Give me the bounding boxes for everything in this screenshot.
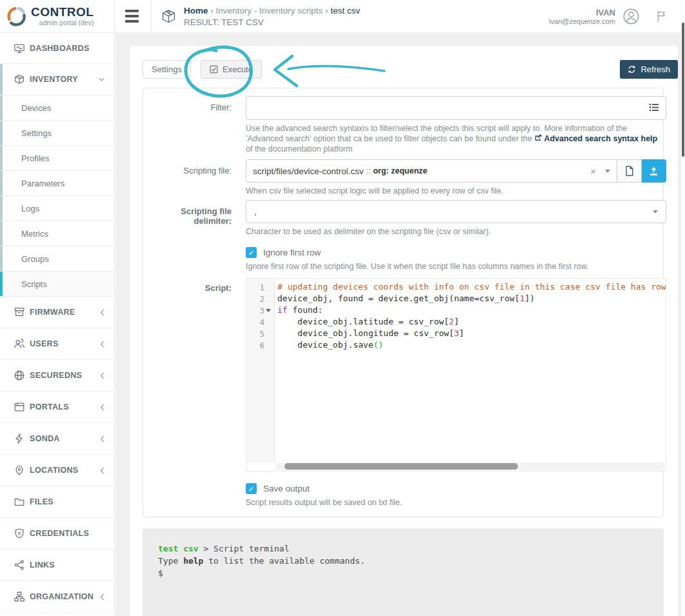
editor-gutter: 123456 — [246, 279, 275, 462]
sidebar-item-groups[interactable]: Groups — [0, 246, 114, 272]
save-output-checkbox[interactable]: Save output — [246, 483, 310, 494]
sidebar-item-links[interactable]: LINKS — [0, 550, 114, 581]
clear-selection-icon[interactable] — [590, 166, 596, 176]
tab-execute-label: Execute — [223, 65, 253, 74]
breadcrumb-home-link[interactable]: Home — [184, 6, 208, 15]
terminal-line2-post: to list the available commands. — [203, 556, 364, 566]
tab-execute[interactable]: Execute — [201, 60, 262, 79]
scrollbar-thumb[interactable] — [284, 463, 518, 470]
flag-icon[interactable] — [655, 10, 668, 23]
sidebar-item-metrics[interactable]: Metrics — [0, 221, 114, 246]
sidebar-section-label: LINKS — [30, 561, 55, 570]
external-link-icon — [534, 134, 542, 142]
sidebar-item-devices[interactable]: Devices — [0, 95, 114, 121]
filter-label: Filter: — [143, 96, 232, 154]
chevron-left-icon — [99, 467, 105, 474]
save-output-label: Save output — [263, 484, 310, 493]
editor-code[interactable]: # updating devices coords with info on c… — [275, 279, 666, 462]
sidebar-item-sonda[interactable]: SONDA — [0, 423, 114, 455]
sidebar-item-parameters[interactable]: Parameters — [0, 171, 114, 196]
code-line[interactable]: device_obj.latitude = csv_row[2] — [277, 316, 666, 328]
sidebar-section-label: DASHBOARDS — [30, 44, 90, 53]
sidebar-item-credentials[interactable]: CREDENTIALS — [0, 518, 114, 550]
sidebar-item-profiles[interactable]: Profiles — [0, 146, 114, 171]
code-line[interactable]: device_obj.save() — [277, 339, 666, 351]
user-name: IVAN — [549, 8, 615, 17]
select-caret-icon — [605, 170, 610, 173]
checked-box-icon — [210, 65, 218, 74]
sidebar-section-label: FIRMWARE — [30, 308, 75, 317]
page-scrollbar[interactable] — [681, 0, 685, 616]
main-content: Settings Execute — [115, 34, 685, 616]
refresh-button[interactable]: Refresh — [620, 60, 678, 79]
filter-input[interactable] — [246, 96, 666, 120]
sidebar-section-label: USERS — [30, 339, 59, 348]
brand-subtitle: admin portal (dev) — [31, 19, 94, 26]
chevron-left-icon — [99, 435, 105, 442]
inventory-box-icon — [14, 74, 25, 85]
sidebar-section-label: SECUREDNS — [30, 371, 82, 380]
sidebar-item-firmware[interactable]: FIRMWARE — [0, 297, 114, 328]
checkbox-checked-icon — [246, 483, 257, 494]
ignore-first-row-help: Ignore first row of the scripting file. … — [246, 261, 666, 272]
scripting-file-label: Scripting file: — [143, 159, 232, 196]
sidebar-item-label: Settings — [21, 128, 52, 138]
chevron-left-icon — [99, 404, 105, 411]
script-code-editor[interactable]: 123456 # updating devices coords with in… — [246, 278, 666, 472]
sidebar-section-label: CREDENTIALS — [30, 529, 89, 538]
script-terminal[interactable]: test csv > Script terminal Type help to … — [143, 528, 664, 616]
delimiter-help: Character to be used as delimiter on the… — [246, 226, 666, 237]
tab-settings[interactable]: Settings — [143, 60, 191, 79]
sidebar-item-locations[interactable]: LOCATIONS — [0, 455, 114, 486]
chevron-left-icon — [99, 593, 105, 601]
code-fold-icon[interactable] — [264, 309, 272, 312]
list-icon[interactable] — [649, 103, 660, 115]
upload-file-button[interactable] — [642, 159, 666, 183]
select-caret-icon — [653, 210, 658, 214]
filter-help-post: of the documentation platform — [246, 144, 352, 154]
terminal-line-2: Type help to list the available commands… — [158, 555, 648, 567]
advanced-search-help-link[interactable]: Advanced search syntax help — [544, 134, 657, 143]
brand-logo-icon — [6, 6, 27, 27]
brand-name: CONTROL — [31, 6, 94, 18]
document-icon — [624, 165, 635, 177]
sidebar-section-label: PORTALS — [30, 402, 69, 412]
code-line[interactable]: # updating devices coords with info on c… — [277, 281, 666, 293]
save-output-help: Script results output will be saved on t… — [246, 497, 666, 508]
sidebar-item-users[interactable]: USERS — [0, 328, 114, 360]
ignore-first-row-checkbox[interactable]: Ignore first row — [246, 247, 321, 258]
sidebar-item-scripts[interactable]: Scripts — [0, 272, 114, 297]
menu-toggle-button[interactable] — [121, 5, 143, 27]
brand[interactable]: CONTROL admin portal (dev) — [0, 0, 114, 33]
sidebar-item-logs[interactable]: Logs — [0, 196, 114, 221]
sidebar-item-files[interactable]: FILES — [0, 486, 114, 518]
users-icon — [14, 338, 25, 350]
sidebar-item-settings[interactable]: Settings — [0, 121, 114, 146]
view-file-button[interactable] — [617, 159, 642, 183]
code-line[interactable]: device_obj, found = device.get_obj(name=… — [277, 293, 666, 304]
sitemap-icon — [14, 591, 25, 602]
sidebar-item-securedns[interactable]: SECUREDNS — [0, 360, 114, 392]
scripting-file-value: script/files/device-control.csv — [253, 166, 364, 176]
code-line[interactable]: if found: — [277, 304, 666, 316]
sidebar-item-inventory[interactable]: INVENTORY — [0, 64, 114, 95]
tab-bar: Settings Execute — [143, 60, 664, 79]
gutter-line-number: 4 — [246, 316, 274, 328]
editor-horizontal-scrollbar[interactable] — [275, 462, 665, 470]
terminal-help-word: help — [183, 556, 203, 566]
sidebar-item-dashboards[interactable]: DASHBOARDS — [0, 33, 114, 64]
code-line[interactable]: device_obj.longitude = csv_row[3] — [277, 328, 666, 339]
scripting-file-select[interactable]: script/files/device-control.csv :: org: … — [246, 159, 617, 183]
sidebar-item-label: Groups — [21, 254, 49, 264]
user-email: ivan@zequenze.com — [549, 17, 615, 25]
delimiter-select[interactable]: , — [246, 200, 666, 223]
sidebar-item-label: Logs — [21, 204, 39, 214]
avatar-icon[interactable] — [622, 8, 640, 25]
sidebar-item-label: Parameters — [21, 179, 65, 188]
sidebar-item-label: Profiles — [21, 154, 49, 163]
sidebar-item-portals[interactable]: PORTALS — [0, 392, 114, 423]
sidebar-item-organization[interactable]: ORGANIZATION — [0, 581, 114, 613]
tab-settings-label: Settings — [152, 65, 182, 74]
sidebar-section-label: SONDA — [30, 434, 60, 443]
page-scrollbar-thumb[interactable] — [682, 23, 684, 157]
